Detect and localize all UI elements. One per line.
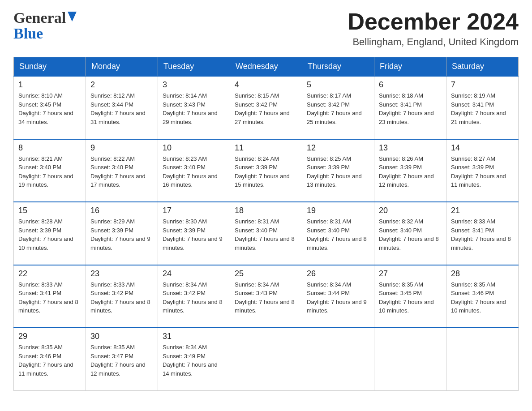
calendar-cell	[374, 328, 446, 390]
weekday-header-row: Sunday Monday Tuesday Wednesday Thursday…	[14, 57, 519, 77]
header-friday: Friday	[374, 57, 446, 77]
header-saturday: Saturday	[446, 57, 519, 77]
calendar-cell: 14 Sunrise: 8:27 AM Sunset: 3:39 PM Dayl…	[446, 139, 519, 202]
day-number: 24	[163, 269, 225, 278]
day-number: 16	[90, 206, 153, 215]
cell-info: Sunrise: 8:17 AM Sunset: 3:42 PM Dayligh…	[307, 91, 369, 135]
cell-info: Sunrise: 8:31 AM Sunset: 3:40 PM Dayligh…	[307, 217, 369, 261]
page-header: General Blue December 2024 Bellingham, E…	[13, 9, 519, 48]
cell-info: Sunrise: 8:35 AM Sunset: 3:45 PM Dayligh…	[379, 280, 442, 324]
week-row-4: 22 Sunrise: 8:33 AM Sunset: 3:41 PM Dayl…	[14, 265, 519, 328]
cell-info: Sunrise: 8:34 AM Sunset: 3:44 PM Dayligh…	[307, 280, 369, 324]
cell-info: Sunrise: 8:30 AM Sunset: 3:39 PM Dayligh…	[163, 217, 225, 261]
calendar-cell: 9 Sunrise: 8:22 AM Sunset: 3:40 PM Dayli…	[86, 139, 158, 202]
day-number: 12	[307, 143, 369, 153]
day-number: 2	[90, 80, 153, 90]
day-number: 8	[18, 143, 81, 153]
calendar-cell: 28 Sunrise: 8:35 AM Sunset: 3:46 PM Dayl…	[446, 265, 519, 328]
day-number: 4	[235, 80, 297, 90]
calendar-cell	[446, 328, 519, 390]
calendar-cell: 27 Sunrise: 8:35 AM Sunset: 3:45 PM Dayl…	[374, 265, 446, 328]
header-tuesday: Tuesday	[158, 57, 230, 77]
cell-info: Sunrise: 8:23 AM Sunset: 3:40 PM Dayligh…	[163, 154, 225, 198]
day-number: 20	[379, 206, 442, 215]
day-number: 18	[235, 206, 297, 215]
calendar-cell: 20 Sunrise: 8:32 AM Sunset: 3:40 PM Dayl…	[374, 202, 446, 265]
header-wednesday: Wednesday	[230, 57, 302, 77]
header-sunday: Sunday	[14, 57, 86, 77]
day-number: 11	[235, 143, 297, 153]
week-row-2: 8 Sunrise: 8:21 AM Sunset: 3:40 PM Dayli…	[14, 139, 519, 202]
calendar-cell: 10 Sunrise: 8:23 AM Sunset: 3:40 PM Dayl…	[158, 139, 230, 202]
calendar-cell: 26 Sunrise: 8:34 AM Sunset: 3:44 PM Dayl…	[302, 265, 374, 328]
cell-info: Sunrise: 8:12 AM Sunset: 3:44 PM Dayligh…	[90, 91, 153, 135]
day-number: 17	[163, 206, 225, 215]
day-number: 1	[18, 80, 81, 90]
day-number: 7	[451, 80, 514, 90]
day-number: 9	[90, 143, 153, 153]
cell-info: Sunrise: 8:19 AM Sunset: 3:41 PM Dayligh…	[451, 91, 514, 135]
cell-info: Sunrise: 8:24 AM Sunset: 3:39 PM Dayligh…	[235, 154, 297, 198]
cell-info: Sunrise: 8:10 AM Sunset: 3:45 PM Dayligh…	[18, 91, 81, 135]
svg-marker-0	[68, 12, 77, 21]
day-number: 10	[163, 143, 225, 153]
title-area: December 2024 Bellingham, England, Unite…	[348, 9, 519, 48]
cell-info: Sunrise: 8:34 AM Sunset: 3:42 PM Dayligh…	[163, 280, 225, 324]
day-number: 22	[18, 269, 81, 278]
cell-info: Sunrise: 8:27 AM Sunset: 3:39 PM Dayligh…	[451, 154, 514, 198]
logo-area: General Blue	[13, 9, 77, 42]
calendar-cell: 13 Sunrise: 8:26 AM Sunset: 3:39 PM Dayl…	[374, 139, 446, 202]
logo-arrow-icon	[68, 12, 77, 21]
day-number: 26	[307, 269, 369, 278]
day-number: 28	[451, 269, 514, 278]
day-number: 19	[307, 206, 369, 215]
calendar-cell: 29 Sunrise: 8:35 AM Sunset: 3:46 PM Dayl…	[14, 328, 86, 390]
month-title: December 2024	[348, 9, 519, 34]
calendar-cell: 12 Sunrise: 8:25 AM Sunset: 3:39 PM Dayl…	[302, 139, 374, 202]
day-number: 3	[163, 80, 225, 90]
calendar-cell: 2 Sunrise: 8:12 AM Sunset: 3:44 PM Dayli…	[86, 76, 158, 139]
logo-blue: Blue	[13, 25, 77, 42]
calendar-cell: 21 Sunrise: 8:33 AM Sunset: 3:41 PM Dayl…	[446, 202, 519, 265]
cell-info: Sunrise: 8:35 AM Sunset: 3:47 PM Dayligh…	[90, 343, 153, 387]
calendar-table: Sunday Monday Tuesday Wednesday Thursday…	[13, 57, 519, 391]
cell-info: Sunrise: 8:21 AM Sunset: 3:40 PM Dayligh…	[18, 154, 81, 198]
logo-general: General	[13, 9, 66, 26]
calendar-cell: 16 Sunrise: 8:29 AM Sunset: 3:39 PM Dayl…	[86, 202, 158, 265]
cell-info: Sunrise: 8:29 AM Sunset: 3:39 PM Dayligh…	[90, 217, 153, 261]
cell-info: Sunrise: 8:35 AM Sunset: 3:46 PM Dayligh…	[18, 343, 81, 387]
cell-info: Sunrise: 8:33 AM Sunset: 3:41 PM Dayligh…	[18, 280, 81, 324]
day-number: 31	[163, 332, 225, 341]
cell-info: Sunrise: 8:22 AM Sunset: 3:40 PM Dayligh…	[90, 154, 153, 198]
cell-info: Sunrise: 8:35 AM Sunset: 3:46 PM Dayligh…	[451, 280, 514, 324]
day-number: 15	[18, 206, 81, 215]
calendar-cell: 18 Sunrise: 8:31 AM Sunset: 3:40 PM Dayl…	[230, 202, 302, 265]
day-number: 5	[307, 80, 369, 90]
calendar-cell: 4 Sunrise: 8:15 AM Sunset: 3:42 PM Dayli…	[230, 76, 302, 139]
day-number: 6	[379, 80, 442, 90]
location-subtitle: Bellingham, England, United Kingdom	[348, 36, 519, 48]
calendar-cell: 8 Sunrise: 8:21 AM Sunset: 3:40 PM Dayli…	[14, 139, 86, 202]
calendar-cell: 19 Sunrise: 8:31 AM Sunset: 3:40 PM Dayl…	[302, 202, 374, 265]
calendar-cell	[302, 328, 374, 390]
header-thursday: Thursday	[302, 57, 374, 77]
cell-info: Sunrise: 8:31 AM Sunset: 3:40 PM Dayligh…	[235, 217, 297, 261]
day-number: 14	[451, 143, 514, 153]
calendar-cell: 30 Sunrise: 8:35 AM Sunset: 3:47 PM Dayl…	[86, 328, 158, 390]
day-number: 25	[235, 269, 297, 278]
day-number: 30	[90, 332, 153, 341]
calendar-cell: 1 Sunrise: 8:10 AM Sunset: 3:45 PM Dayli…	[14, 76, 86, 139]
cell-info: Sunrise: 8:28 AM Sunset: 3:39 PM Dayligh…	[18, 217, 81, 261]
calendar-cell: 3 Sunrise: 8:14 AM Sunset: 3:43 PM Dayli…	[158, 76, 230, 139]
calendar-cell: 11 Sunrise: 8:24 AM Sunset: 3:39 PM Dayl…	[230, 139, 302, 202]
calendar-cell	[230, 328, 302, 390]
calendar-cell: 25 Sunrise: 8:34 AM Sunset: 3:43 PM Dayl…	[230, 265, 302, 328]
cell-info: Sunrise: 8:33 AM Sunset: 3:41 PM Dayligh…	[451, 217, 514, 261]
calendar-cell: 24 Sunrise: 8:34 AM Sunset: 3:42 PM Dayl…	[158, 265, 230, 328]
calendar-cell: 7 Sunrise: 8:19 AM Sunset: 3:41 PM Dayli…	[446, 76, 519, 139]
cell-info: Sunrise: 8:25 AM Sunset: 3:39 PM Dayligh…	[307, 154, 369, 198]
week-row-1: 1 Sunrise: 8:10 AM Sunset: 3:45 PM Dayli…	[14, 76, 519, 139]
calendar-cell: 15 Sunrise: 8:28 AM Sunset: 3:39 PM Dayl…	[14, 202, 86, 265]
cell-info: Sunrise: 8:18 AM Sunset: 3:41 PM Dayligh…	[379, 91, 442, 135]
day-number: 23	[90, 269, 153, 278]
